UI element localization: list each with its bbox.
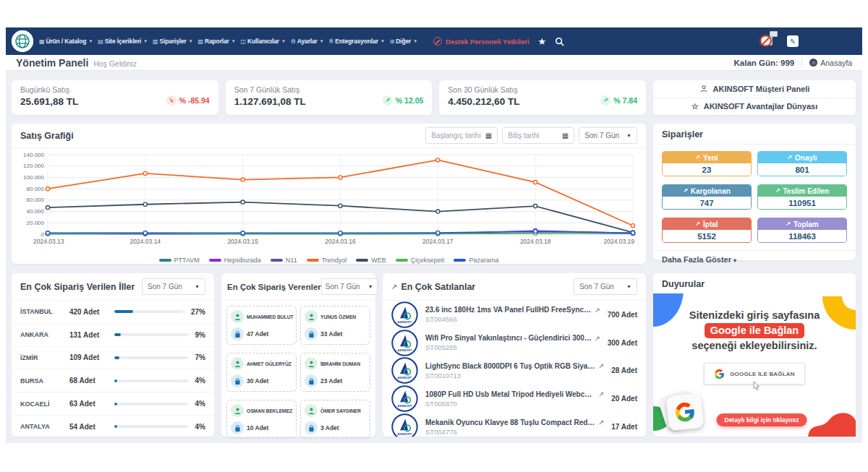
- nav-item-4[interactable]: ◫Kullanıcılar▼: [241, 38, 286, 45]
- calendar-icon: ▦: [562, 132, 569, 140]
- nav-item-5[interactable]: ⚙Ayarlar▼: [291, 38, 324, 45]
- buyer-name: AHMET GÜLERYÜZ: [247, 361, 292, 366]
- city-name: BURSA: [20, 377, 69, 385]
- buyer-count: 47 Adet: [247, 330, 268, 338]
- product-info: 23.6 inc 180Hz 1ms VA Panel FullHD FreeS…: [425, 306, 600, 323]
- product-name-text: Wifi Pro Sinyal Yakınlaştırıcı - Güçlend…: [425, 334, 592, 342]
- language-flag-broken-icon[interactable]: [761, 35, 775, 48]
- buyer-tile-2[interactable]: AHMET GÜLERYÜZ30 Adet: [226, 353, 297, 392]
- product-row-3[interactable]: AKINSOFT1080P Full HD Usb Metal Tripod H…: [383, 385, 646, 413]
- divider: [801, 58, 802, 67]
- chart-range-select[interactable]: Son 7 Gün▼: [579, 127, 637, 144]
- bag-icon: [231, 374, 244, 387]
- legend-item-n11[interactable]: N11: [271, 257, 297, 264]
- home-label: Anasayfa: [820, 59, 852, 67]
- stat-label: Son 7 Günlük Satış: [234, 85, 306, 94]
- buyer-tile-3[interactable]: İBRAHİM DUMAN23 Adet: [300, 353, 370, 392]
- buyer-count-row: 30 Adet: [231, 374, 292, 387]
- legend-item-pttavm[interactable]: PTTAVM: [159, 257, 200, 264]
- product-row-0[interactable]: AKINSOFT23.6 inc 180Hz 1ms VA Panel Full…: [383, 301, 646, 329]
- order-tile-teslim-edilen[interactable]: ↗Teslim Edilen110951: [757, 184, 847, 210]
- nav-item-1[interactable]: ▤Site İçerikleri▼: [98, 38, 148, 45]
- legend-item-trendyol[interactable]: Trendyol: [307, 257, 347, 264]
- buyer-name-row: AHMET GÜLERYÜZ: [231, 357, 292, 370]
- buyer-tile-0[interactable]: MUHAMMED BULUT47 Adet: [226, 306, 297, 345]
- city-progress-bar: [114, 333, 188, 336]
- chevron-down-icon: ▼: [320, 39, 324, 43]
- stat-change-badge: ↘% -85.94: [166, 95, 210, 106]
- end-date-input[interactable]: Bitiş tarihi▦: [502, 127, 574, 144]
- product-code: ST0010713: [425, 372, 604, 379]
- nav-item-7[interactable]: ⊞Diğer▼: [390, 38, 417, 45]
- product-row-4[interactable]: AKINSOFTMekanik Oyuncu Klavye 88 Tuşlu C…: [383, 413, 646, 437]
- city-progress-fill: [114, 403, 117, 406]
- top-buyers-card: En Çok Sipariş Verenler Son 7 Gün▼ MUHAM…: [221, 273, 375, 437]
- nav-item-label: Siparişler: [160, 38, 187, 45]
- city-progress-fill: [114, 333, 121, 336]
- google-login-button[interactable]: GOOGLE İLE BAĞLAN: [704, 363, 805, 385]
- order-tile-label: Toplam: [793, 220, 819, 228]
- city-name: KOCAELİ: [20, 400, 69, 408]
- stat-change-value: % 7.84: [613, 96, 637, 105]
- arrow-down-icon: ↘: [166, 95, 176, 106]
- stat-change-badge: ↗% 7.84: [600, 95, 637, 106]
- nav-item-2[interactable]: ▥Siparişler▼: [153, 38, 192, 45]
- product-info: 1080P Full HD Usb Metal Tripod Hediyeli …: [425, 390, 604, 408]
- order-tile-toplam[interactable]: ↗Toplam118463: [757, 218, 847, 243]
- select-value: Son 7 Gün: [579, 283, 614, 291]
- city-count: 420 Adet: [69, 308, 114, 316]
- svg-text:40.000: 40.000: [27, 208, 45, 215]
- reports-icon: ▧: [198, 38, 203, 45]
- products-range-select[interactable]: Son 7 Gün▼: [574, 278, 637, 295]
- legend-item-çiçeksepeti[interactable]: Çiçeksepeti: [396, 257, 445, 264]
- buyer-tile-5[interactable]: ÖMER SAYGINER3 Adet: [300, 400, 370, 439]
- product-info: Mekanik Oyuncu Klavye 88 Tuşlu Compact R…: [425, 419, 604, 436]
- svg-text:AKINSOFT: AKINSOFT: [398, 404, 412, 408]
- announcement-banner[interactable]: Sitenizdeki giriş sayfasına Google ile B…: [653, 293, 856, 437]
- advantages-link[interactable]: ☆ AKINSOFT Avantajlar Dünyası: [653, 98, 856, 116]
- home-link[interactable]: ⌂ Anasayfa: [809, 59, 852, 67]
- nav-item-3[interactable]: ▧Raporlar▼: [198, 38, 236, 45]
- city-progress-bar: [114, 356, 188, 359]
- city-progress-bar: [114, 310, 184, 313]
- show-more-link[interactable]: Daha Fazla Göster ▾: [653, 250, 856, 268]
- products-title: ↗ En Çok Satılanlar: [391, 282, 475, 292]
- order-tile-yeni[interactable]: ↗Yeni23: [662, 151, 752, 176]
- search-icon[interactable]: [555, 37, 564, 46]
- order-tile-kargolanan[interactable]: ↗Kargolanan747: [662, 184, 752, 210]
- customer-panel-link[interactable]: AKINSOFT Müşteri Paneli: [653, 80, 856, 98]
- order-tile-header: ↗İptal: [663, 218, 751, 230]
- person-slash-icon: [433, 37, 442, 46]
- announcements-title: Duyurular: [662, 279, 705, 289]
- svg-text:AKINSOFT: AKINSOFT: [398, 432, 412, 436]
- legend-item-web[interactable]: WEB: [356, 257, 386, 264]
- details-cta-button[interactable]: Detaylı bilgi için tıklayınız: [717, 413, 807, 426]
- remaining-days: Kalan Gün: 999: [734, 59, 795, 67]
- brand-logo-icon[interactable]: [12, 30, 33, 52]
- product-row-2[interactable]: AKINSOFTLightSync Black 8000DPI 6 Tuş Op…: [383, 357, 646, 385]
- cities-range-select[interactable]: Son 7 Gün▼: [142, 278, 205, 295]
- favorites-star-icon[interactable]: ★: [538, 36, 547, 47]
- nav-item-6[interactable]: ※Entegrasyonlar▼: [329, 38, 385, 45]
- chevron-down-icon: ▼: [281, 39, 286, 43]
- bag-icon: [305, 421, 318, 434]
- product-row-1[interactable]: AKINSOFTWifi Pro Sinyal Yakınlaştırıcı -…: [383, 329, 646, 357]
- star-outline-icon: ☆: [692, 102, 699, 111]
- buyer-tile-4[interactable]: OSMAN BEKLEMEZ10 Adet: [226, 400, 297, 439]
- order-tile-i̇ptal[interactable]: ↗İptal5152: [662, 218, 752, 243]
- nav-item-0[interactable]: ▦Ürün / Katalog▼: [39, 38, 93, 45]
- edit-shortcut-icon[interactable]: ✎: [787, 35, 799, 47]
- buyers-range-select[interactable]: Son 7 Gün▼: [321, 278, 378, 295]
- city-progress-bar: [114, 425, 188, 428]
- legend-item-pazarama[interactable]: Pazarama: [454, 257, 498, 264]
- svg-text:60.000: 60.000: [27, 197, 45, 203]
- buyer-tile-1[interactable]: YUNUS ÖZMEN33 Adet: [300, 306, 370, 345]
- legend-item-hepsiburada[interactable]: Hepsiburada: [209, 257, 261, 264]
- home-icon: ⌂: [809, 59, 817, 66]
- buyer-count: 23 Adet: [320, 377, 342, 385]
- start-date-input[interactable]: Başlangıç tarihi▦: [425, 127, 498, 144]
- order-tile-onaylı[interactable]: ↗Onaylı801: [757, 151, 847, 176]
- order-tile-header: ↗Onaylı: [758, 152, 846, 163]
- akinsoft-logo-icon: AKINSOFT: [391, 301, 418, 328]
- support-staff-permissions-link[interactable]: Destek Personeli Yetkileri: [433, 37, 529, 46]
